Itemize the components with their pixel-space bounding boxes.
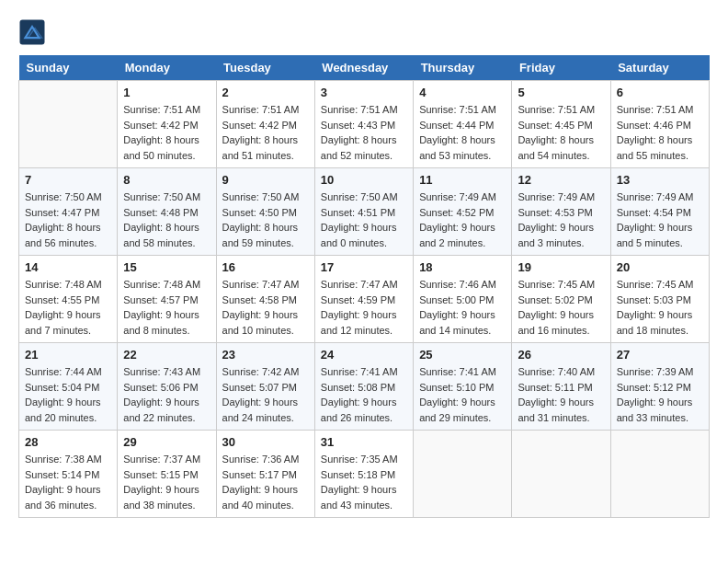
day-info: Sunrise: 7:36 AMSunset: 5:17 PMDaylight:… — [222, 452, 309, 512]
day-cell: 13Sunrise: 7:49 AMSunset: 4:54 PMDayligh… — [610, 168, 709, 256]
day-info: Sunrise: 7:51 AMSunset: 4:42 PMDaylight:… — [222, 102, 309, 163]
day-number: 9 — [222, 173, 309, 187]
day-cell: 29Sunrise: 7:37 AMSunset: 5:15 PMDayligh… — [118, 431, 216, 518]
day-cell — [19, 81, 118, 168]
day-number: 1 — [123, 86, 210, 99]
day-info: Sunrise: 7:48 AMSunset: 4:55 PMDaylight:… — [25, 277, 111, 338]
week-row-1: 1Sunrise: 7:51 AMSunset: 4:42 PMDaylight… — [19, 81, 710, 168]
day-cell: 27Sunrise: 7:39 AMSunset: 5:12 PMDayligh… — [610, 343, 709, 431]
day-info: Sunrise: 7:40 AMSunset: 5:11 PMDaylight:… — [518, 364, 604, 425]
header-row: SundayMondayTuesdayWednesdayThursdayFrid… — [19, 55, 710, 81]
day-info: Sunrise: 7:46 AMSunset: 5:00 PMDaylight:… — [419, 277, 506, 338]
day-cell: 20Sunrise: 7:45 AMSunset: 5:03 PMDayligh… — [610, 256, 709, 343]
day-number: 4 — [419, 86, 506, 99]
calendar-table: SundayMondayTuesdayWednesdayThursdayFrid… — [18, 55, 710, 518]
day-info: Sunrise: 7:45 AMSunset: 5:02 PMDaylight:… — [518, 277, 604, 338]
day-number: 11 — [419, 173, 506, 187]
day-cell: 9Sunrise: 7:50 AMSunset: 4:50 PMDaylight… — [216, 168, 314, 256]
header-thursday: Thursday — [414, 55, 512, 81]
day-cell: 1Sunrise: 7:51 AMSunset: 4:42 PMDaylight… — [118, 81, 216, 168]
day-number: 21 — [25, 348, 111, 362]
day-cell: 14Sunrise: 7:48 AMSunset: 4:55 PMDayligh… — [19, 256, 118, 343]
day-cell: 4Sunrise: 7:51 AMSunset: 4:44 PMDaylight… — [414, 81, 512, 168]
day-number: 5 — [518, 86, 604, 99]
day-cell: 3Sunrise: 7:51 AMSunset: 4:43 PMDaylight… — [314, 81, 413, 168]
day-info: Sunrise: 7:50 AMSunset: 4:50 PMDaylight:… — [222, 190, 309, 250]
day-info: Sunrise: 7:50 AMSunset: 4:47 PMDaylight:… — [25, 190, 111, 250]
day-cell: 10Sunrise: 7:50 AMSunset: 4:51 PMDayligh… — [314, 168, 413, 256]
day-info: Sunrise: 7:49 AMSunset: 4:52 PMDaylight:… — [419, 190, 506, 250]
day-number: 27 — [617, 348, 703, 362]
header-sunday: Sunday — [19, 55, 118, 81]
day-cell: 11Sunrise: 7:49 AMSunset: 4:52 PMDayligh… — [414, 168, 512, 256]
day-cell: 22Sunrise: 7:43 AMSunset: 5:06 PMDayligh… — [118, 343, 216, 431]
day-number: 8 — [123, 173, 210, 187]
day-number: 12 — [518, 173, 604, 187]
logo-icon — [18, 18, 46, 46]
day-number: 7 — [25, 173, 111, 187]
day-number: 28 — [25, 435, 111, 449]
day-info: Sunrise: 7:43 AMSunset: 5:06 PMDaylight:… — [123, 364, 210, 425]
day-cell — [610, 431, 709, 518]
day-cell — [512, 431, 610, 518]
day-cell: 31Sunrise: 7:35 AMSunset: 5:18 PMDayligh… — [314, 431, 413, 518]
day-number: 29 — [123, 435, 210, 449]
header-saturday: Saturday — [610, 55, 709, 81]
day-info: Sunrise: 7:47 AMSunset: 4:58 PMDaylight:… — [222, 277, 309, 338]
day-number: 6 — [617, 86, 703, 99]
day-number: 30 — [222, 435, 309, 449]
header-friday: Friday — [512, 55, 610, 81]
day-info: Sunrise: 7:44 AMSunset: 5:04 PMDaylight:… — [25, 364, 111, 425]
day-cell: 23Sunrise: 7:42 AMSunset: 5:07 PMDayligh… — [216, 343, 314, 431]
header-tuesday: Tuesday — [216, 55, 314, 81]
day-cell: 7Sunrise: 7:50 AMSunset: 4:47 PMDaylight… — [19, 168, 118, 256]
day-cell: 28Sunrise: 7:38 AMSunset: 5:14 PMDayligh… — [19, 431, 118, 518]
day-cell: 2Sunrise: 7:51 AMSunset: 4:42 PMDaylight… — [216, 81, 314, 168]
day-number: 18 — [419, 260, 506, 274]
day-number: 2 — [222, 86, 309, 99]
header-monday: Monday — [118, 55, 216, 81]
day-number: 13 — [617, 173, 703, 187]
day-info: Sunrise: 7:51 AMSunset: 4:43 PMDaylight:… — [321, 102, 407, 163]
day-number: 14 — [25, 260, 111, 274]
day-cell: 17Sunrise: 7:47 AMSunset: 4:59 PMDayligh… — [314, 256, 413, 343]
day-info: Sunrise: 7:39 AMSunset: 5:12 PMDaylight:… — [617, 364, 703, 425]
day-number: 16 — [222, 260, 309, 274]
day-cell: 6Sunrise: 7:51 AMSunset: 4:46 PMDaylight… — [610, 81, 709, 168]
day-info: Sunrise: 7:42 AMSunset: 5:07 PMDaylight:… — [222, 364, 309, 425]
day-info: Sunrise: 7:49 AMSunset: 4:53 PMDaylight:… — [518, 190, 604, 250]
day-info: Sunrise: 7:38 AMSunset: 5:14 PMDaylight:… — [25, 452, 111, 512]
day-info: Sunrise: 7:48 AMSunset: 4:57 PMDaylight:… — [123, 277, 210, 338]
day-cell: 21Sunrise: 7:44 AMSunset: 5:04 PMDayligh… — [19, 343, 118, 431]
day-cell: 18Sunrise: 7:46 AMSunset: 5:00 PMDayligh… — [414, 256, 512, 343]
day-info: Sunrise: 7:47 AMSunset: 4:59 PMDaylight:… — [321, 277, 407, 338]
day-number: 24 — [321, 348, 407, 362]
day-number: 15 — [123, 260, 210, 274]
day-number: 10 — [321, 173, 407, 187]
week-row-4: 21Sunrise: 7:44 AMSunset: 5:04 PMDayligh… — [19, 343, 710, 431]
day-number: 17 — [321, 260, 407, 274]
week-row-2: 7Sunrise: 7:50 AMSunset: 4:47 PMDaylight… — [19, 168, 710, 256]
day-info: Sunrise: 7:45 AMSunset: 5:03 PMDaylight:… — [617, 277, 703, 338]
logo — [18, 18, 50, 46]
day-info: Sunrise: 7:41 AMSunset: 5:08 PMDaylight:… — [321, 364, 407, 425]
day-number: 19 — [518, 260, 604, 274]
day-cell: 24Sunrise: 7:41 AMSunset: 5:08 PMDayligh… — [314, 343, 413, 431]
day-info: Sunrise: 7:37 AMSunset: 5:15 PMDaylight:… — [123, 452, 210, 512]
day-cell: 5Sunrise: 7:51 AMSunset: 4:45 PMDaylight… — [512, 81, 610, 168]
day-info: Sunrise: 7:41 AMSunset: 5:10 PMDaylight:… — [419, 364, 506, 425]
day-info: Sunrise: 7:49 AMSunset: 4:54 PMDaylight:… — [617, 190, 703, 250]
day-number: 3 — [321, 86, 407, 99]
day-number: 20 — [617, 260, 703, 274]
week-row-3: 14Sunrise: 7:48 AMSunset: 4:55 PMDayligh… — [19, 256, 710, 343]
day-info: Sunrise: 7:51 AMSunset: 4:45 PMDaylight:… — [518, 102, 604, 163]
day-cell: 16Sunrise: 7:47 AMSunset: 4:58 PMDayligh… — [216, 256, 314, 343]
day-cell: 26Sunrise: 7:40 AMSunset: 5:11 PMDayligh… — [512, 343, 610, 431]
header-wednesday: Wednesday — [314, 55, 413, 81]
day-number: 22 — [123, 348, 210, 362]
day-cell: 30Sunrise: 7:36 AMSunset: 5:17 PMDayligh… — [216, 431, 314, 518]
day-info: Sunrise: 7:51 AMSunset: 4:42 PMDaylight:… — [123, 102, 210, 163]
day-info: Sunrise: 7:35 AMSunset: 5:18 PMDaylight:… — [321, 452, 407, 512]
day-number: 23 — [222, 348, 309, 362]
page-header — [18, 18, 710, 46]
